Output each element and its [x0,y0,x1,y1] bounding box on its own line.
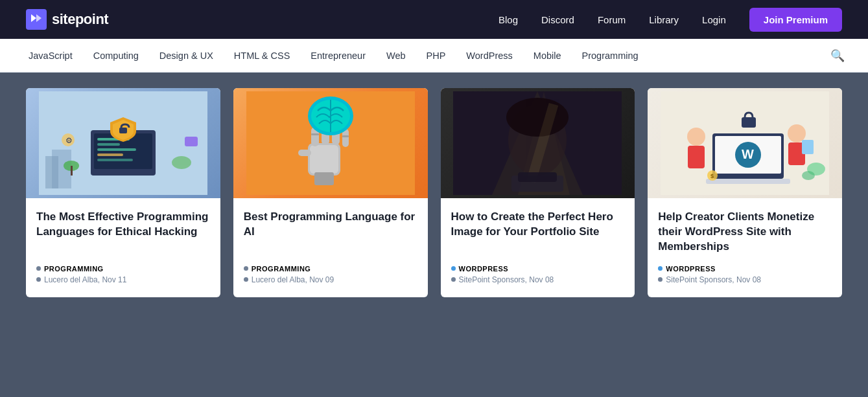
cat-programming[interactable]: Programming [573,47,648,65]
card-image-2 [233,88,428,198]
svg-point-16 [172,156,191,169]
category-dot [244,266,248,271]
svg-point-52 [687,128,705,146]
card-body-3: How to Create the Perfect Hero Image for… [441,198,635,297]
svg-rect-56 [802,140,814,154]
category-dot [36,266,41,271]
card-title-3[interactable]: How to Create the Perfect Hero Image for… [451,210,625,255]
card-category-2: PROGRAMMING [244,265,417,273]
svg-rect-53 [688,146,705,168]
join-premium-button[interactable]: Join Premium [749,8,842,32]
svg-rect-5 [45,156,58,188]
cat-web[interactable]: Web [377,47,415,65]
nav-forum[interactable]: Forum [598,14,626,25]
card-meta-2: PROGRAMMING Lucero del Alba, Nov 09 [244,265,417,284]
main-content: ⚙ The Most Effective Programming Languag… [0,73,868,323]
author-dot [658,277,663,282]
author-dot [451,277,456,282]
top-nav-links: Blog Discord Forum Library Login Join Pr… [499,8,842,32]
svg-rect-57 [742,117,756,128]
article-card-3[interactable]: How to Create the Perfect Hero Image for… [441,88,635,297]
svg-rect-32 [314,172,334,185]
cat-entrepreneur[interactable]: Entrepreneur [301,47,375,65]
logo-icon [26,9,47,30]
article-card-4[interactable]: W $ [648,88,842,297]
svg-rect-13 [119,128,127,133]
card-author-2: Lucero del Alba, Nov 09 [244,275,417,284]
card-body-4: Help Creator Clients Monetize their Word… [648,198,842,297]
security-illustration: ⚙ [39,91,207,195]
articles-grid: ⚙ The Most Effective Programming Languag… [26,88,842,297]
card-title-2[interactable]: Best Programming Language for AI [244,210,417,255]
card-body-2: Best Programming Language for AI PROGRAM… [233,198,428,297]
search-icon: 🔍 [830,49,845,62]
ai-illustration [246,91,415,195]
card-category-1: PROGRAMMING [36,265,210,273]
svg-rect-31 [298,150,311,156]
cat-wordpress[interactable]: WordPress [457,47,521,65]
nav-discord[interactable]: Discord [541,14,574,25]
svg-rect-45 [518,172,557,182]
nav-blog[interactable]: Blog [499,14,518,25]
logo-text: sitepoint [52,11,108,28]
article-card-2[interactable]: Best Programming Language for AI PROGRAM… [233,88,428,297]
card-meta-4: WORDPRESS SitePoint Sponsors, Nov 08 [658,265,832,284]
svg-rect-30 [342,135,349,137]
card-title-1[interactable]: The Most Effective Programming Languages… [36,210,210,255]
search-button[interactable]: 🔍 [827,45,849,67]
category-nav: JavaScript Computing Design & UX HTML & … [0,39,868,73]
card-image-4: W $ [648,88,842,198]
svg-point-54 [788,124,806,142]
svg-text:W: W [742,147,754,161]
nav-login[interactable]: Login [702,14,726,25]
card-category-3: WORDPRESS [451,265,625,273]
author-dot [244,277,248,282]
card-meta-3: WORDPRESS SitePoint Sponsors, Nov 08 [451,265,625,284]
wordpress-illustration: W $ [661,91,829,195]
card-image-1: ⚙ [26,88,220,198]
card-author-3: SitePoint Sponsors, Nov 08 [451,275,625,284]
svg-rect-15 [71,166,73,176]
top-nav: sitepoint Blog Discord Forum Library Log… [0,0,868,39]
category-dot [451,266,456,271]
cat-html-css[interactable]: HTML & CSS [225,47,299,65]
logo[interactable]: sitepoint [26,9,108,30]
svg-text:⚙: ⚙ [65,136,73,145]
svg-rect-19 [185,137,198,146]
category-dot [658,266,663,271]
cat-php[interactable]: PHP [417,47,455,65]
cat-design-ux[interactable]: Design & UX [150,47,222,65]
cat-javascript[interactable]: JavaScript [19,47,82,65]
article-card-1[interactable]: ⚙ The Most Effective Programming Languag… [26,88,220,297]
card-author-1: Lucero del Alba, Nov 11 [36,275,210,284]
svg-rect-12 [97,159,133,161]
svg-rect-9 [97,143,120,146]
svg-point-61 [802,171,815,180]
svg-text:$: $ [710,173,714,179]
svg-rect-22 [310,145,338,174]
card-meta-1: PROGRAMMING Lucero del Alba, Nov 11 [36,265,210,284]
svg-rect-27 [311,133,319,135]
cat-computing[interactable]: Computing [84,47,148,65]
card-author-4: SitePoint Sponsors, Nov 08 [658,275,832,284]
card-body-1: The Most Effective Programming Languages… [26,198,220,297]
svg-rect-51 [706,179,790,184]
nav-library[interactable]: Library [649,14,679,25]
cat-mobile[interactable]: Mobile [524,47,570,65]
card-category-4: WORDPRESS [658,265,832,273]
card-image-3 [441,88,635,198]
photo-illustration [453,91,622,195]
author-dot [36,277,41,282]
card-title-4[interactable]: Help Creator Clients Monetize their Word… [658,210,832,255]
svg-rect-10 [97,148,136,151]
svg-rect-11 [97,153,123,156]
